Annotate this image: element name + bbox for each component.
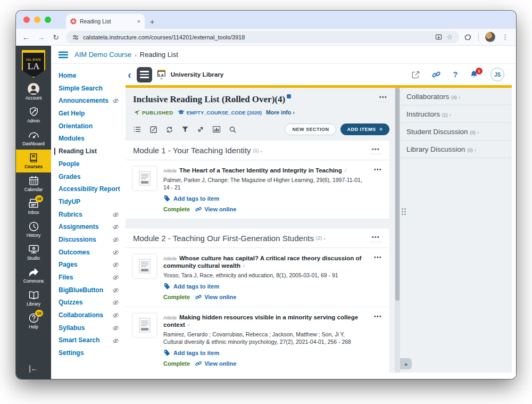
- item-title[interactable]: The Heart of a Teacher Identity and Inte…: [179, 167, 342, 174]
- address-bar[interactable]: calstatela.instructure.com/courses/11420…: [66, 31, 459, 43]
- course-nav-accessibility-report[interactable]: Accessibility Report: [59, 186, 122, 193]
- list-options-kebab-icon[interactable]: •••: [377, 94, 389, 102]
- course-nav-get-help[interactable]: Get Help: [59, 110, 122, 117]
- add-tags-link[interactable]: Add tags to item: [163, 283, 370, 290]
- item-title[interactable]: Whose culture has capital? A critical ra…: [163, 255, 361, 269]
- sidebar-item-commons[interactable]: Commons: [16, 264, 51, 287]
- forward-icon[interactable]: →: [36, 33, 46, 42]
- sync-icon[interactable]: [166, 126, 173, 133]
- module-header[interactable]: Module 1 - Your Teaching Identity (1) ⌄ …: [126, 141, 389, 160]
- course-nav-rubrics[interactable]: Rubrics: [59, 211, 122, 218]
- course-nav-simple-search[interactable]: Simple Search: [59, 85, 122, 92]
- course-nav-pages[interactable]: Pages: [59, 261, 122, 268]
- list-menu-icon[interactable]: [137, 67, 152, 83]
- sidebar-item-account[interactable]: Account: [16, 81, 51, 104]
- panel-resize-handle[interactable]: [402, 208, 406, 215]
- search-icon[interactable]: [229, 126, 236, 133]
- new-section-button[interactable]: NEW SECTION: [285, 123, 336, 135]
- profile-avatar[interactable]: [485, 32, 495, 42]
- view-online-link[interactable]: View online: [195, 360, 236, 367]
- save-to-device-icon[interactable]: [435, 34, 442, 40]
- permalink-icon[interactable]: [432, 70, 440, 79]
- sidebar-item-history[interactable]: History: [16, 218, 51, 241]
- minimize-window-button[interactable]: [34, 17, 40, 23]
- add-items-button[interactable]: ADD ITEMS+: [340, 123, 389, 135]
- new-tab-button[interactable]: +: [150, 18, 154, 26]
- analytics-chart-icon[interactable]: [213, 126, 220, 133]
- back-icon[interactable]: ←: [21, 33, 31, 42]
- collapse-global-nav-icon[interactable]: |←: [29, 364, 38, 373]
- course-nav-reading-list[interactable]: Reading List: [54, 148, 122, 155]
- add-tags-link[interactable]: Add tags to item: [163, 350, 370, 356]
- view-online-link[interactable]: View online: [195, 206, 236, 212]
- course-code[interactable]: EMPTY_COURSE_CODE (2020): [178, 110, 262, 116]
- course-nav-orientation[interactable]: Orientation: [59, 123, 122, 130]
- sidebar-item-inbox[interactable]: Inbox 16: [16, 195, 51, 218]
- item-options-kebab-icon[interactable]: •••: [374, 314, 382, 367]
- citation-item[interactable]: ArticleThe Heart of a Teacher Identity a…: [126, 160, 389, 219]
- view-online-link[interactable]: View online: [195, 294, 236, 300]
- module-options-kebab-icon[interactable]: •••: [370, 146, 382, 154]
- module-options-kebab-icon[interactable]: •••: [370, 234, 382, 242]
- filter-icon[interactable]: [182, 126, 188, 133]
- course-nav-people[interactable]: People: [59, 161, 122, 168]
- breadcrumb-course-link[interactable]: AIM Demo Course: [74, 51, 131, 59]
- citation-item[interactable]: ArticleMaking hidden resources visible i…: [126, 307, 389, 373]
- sidebar-item-library[interactable]: Library: [16, 287, 51, 310]
- course-nav-collaborations[interactable]: Collaborations: [59, 312, 122, 319]
- collapse-sections-icon[interactable]: [197, 126, 204, 133]
- course-nav-quizzes[interactable]: Quizzes: [59, 299, 122, 306]
- course-nav-smart-search[interactable]: Smart Search: [59, 337, 122, 344]
- add-tags-link[interactable]: Add tags to item: [163, 195, 370, 202]
- course-nav-outcomes[interactable]: Outcomes: [59, 249, 122, 256]
- course-nav-modules[interactable]: Modules: [59, 135, 122, 142]
- course-nav-syllabus[interactable]: Syllabus: [59, 325, 122, 332]
- sidebar-item-studio[interactable]: Studio: [16, 241, 51, 264]
- item-title[interactable]: Making hidden resources visible in a min…: [163, 314, 358, 328]
- site-info-icon[interactable]: [72, 34, 79, 40]
- scrollbar-thumb[interactable]: [395, 88, 400, 301]
- notifications-bell-icon[interactable]: 1: [470, 70, 478, 79]
- edit-icon[interactable]: [150, 126, 157, 133]
- course-nav-tidyup[interactable]: TidyUP: [59, 199, 122, 205]
- citation-item[interactable]: ArticleWhose culture has capital? A crit…: [126, 248, 389, 307]
- extensions-icon[interactable]: [464, 34, 472, 41]
- panel-section-collaborators[interactable]: Collaborators (4) ›: [400, 88, 512, 105]
- tab-close-icon[interactable]: ×: [137, 18, 140, 24]
- title-info-icon[interactable]: [287, 94, 291, 98]
- toc-icon[interactable]: [134, 126, 141, 133]
- item-options-kebab-icon[interactable]: •••: [374, 167, 382, 212]
- course-nav-grades[interactable]: Grades: [59, 174, 122, 180]
- course-nav-settings[interactable]: Settings: [59, 350, 122, 357]
- course-menu-icon[interactable]: [59, 51, 68, 59]
- close-window-button[interactable]: [23, 17, 30, 23]
- external-link-icon[interactable]: [412, 71, 420, 79]
- sidebar-item-help[interactable]: Help 10: [16, 310, 51, 333]
- course-nav-bigbluebutton[interactable]: BigBlueButton: [59, 287, 122, 294]
- more-info-link[interactable]: More info ›: [266, 109, 295, 116]
- course-nav-home[interactable]: Home: [59, 72, 122, 79]
- back-chevron-icon[interactable]: ‹: [128, 69, 131, 80]
- chrome-menu-icon[interactable]: ⋮: [502, 33, 509, 41]
- course-nav-assignments[interactable]: Assignments: [59, 224, 122, 230]
- content-scrollbar[interactable]: [395, 88, 400, 373]
- course-nav-files[interactable]: Files: [59, 274, 122, 281]
- module-header[interactable]: Module 2 - Teaching Our First-Generation…: [126, 228, 389, 248]
- course-nav-announcements[interactable]: Announcements: [59, 97, 122, 104]
- collapse-panel-button[interactable]: »: [400, 358, 412, 369]
- sidebar-item-dashboard[interactable]: Dashboard: [16, 127, 51, 150]
- sidebar-item-calendar[interactable]: Calendar: [16, 172, 51, 195]
- sidebar-item-admin[interactable]: Admin: [16, 104, 51, 127]
- panel-section-student-discussion[interactable]: Student Discussion (0) ›: [400, 123, 512, 141]
- zoom-window-button[interactable]: [45, 17, 51, 23]
- reload-icon[interactable]: ↻: [51, 33, 61, 42]
- url-text[interactable]: calstatela.instructure.com/courses/11420…: [83, 34, 431, 40]
- sidebar-item-courses[interactable]: Courses: [16, 150, 51, 172]
- item-options-kebab-icon[interactable]: •••: [374, 254, 382, 300]
- help-icon[interactable]: ?: [453, 70, 458, 79]
- course-nav-discussions[interactable]: Discussions: [59, 236, 122, 243]
- calstatela-logo[interactable]: CAL STATE LA: [22, 50, 45, 78]
- bookmark-star-icon[interactable]: ☆: [446, 33, 453, 41]
- user-avatar[interactable]: JS: [491, 68, 504, 81]
- browser-tab[interactable]: Reading List ×: [66, 14, 145, 29]
